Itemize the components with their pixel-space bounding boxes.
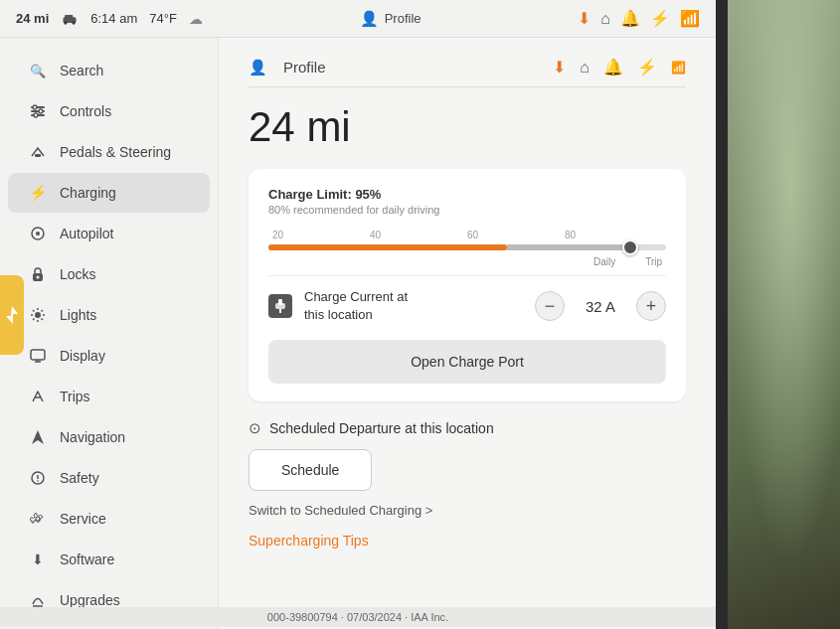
slider-fill-orange [268, 244, 507, 250]
svg-line-21 [42, 319, 44, 321]
safety-icon [28, 468, 48, 488]
switch-charging-link[interactable]: Switch to Scheduled Charging > [249, 503, 686, 518]
svg-point-31 [36, 517, 40, 521]
sidebar-item-software[interactable]: ⬇ Software [8, 540, 210, 579]
main-screen: 24 mi 6:14 am 74°F ☁ 👤 Profile ⬇ ⌂ 🔔 [0, 0, 716, 629]
charge-limit-label: Charge Limit: 95% [268, 187, 666, 202]
display-icon [28, 346, 48, 366]
profile-person-icon: 👤 [360, 10, 379, 28]
watermark-text: 000-39800794 · 07/03/2024 · IAA Inc. [267, 611, 448, 623]
signal-icon-content[interactable]: 📶 [671, 61, 686, 75]
sidebar-label-controls: Controls [60, 103, 111, 119]
status-temperature: 74°F [149, 11, 177, 26]
sidebar: Search Controls Pedals & Steering ⚡ Char… [0, 38, 219, 629]
pedals-icon [28, 142, 48, 162]
supercharging-tips-link[interactable]: Supercharging Tips [249, 533, 369, 549]
slider-label-80: 80 [565, 230, 576, 240]
slider-label-40: 40 [370, 230, 381, 240]
svg-point-30 [37, 480, 39, 482]
svg-marker-36 [6, 306, 18, 324]
charge-current-row: Charge Current atthis location − 32 A + [268, 275, 666, 336]
content-area: 👤 Profile ⬇ ⌂ 🔔 ⚡ 📶 24 mi Charge Limit: … [219, 38, 716, 629]
sidebar-item-service[interactable]: Service [8, 499, 210, 539]
status-bar: 24 mi 6:14 am 74°F ☁ 👤 Profile ⬇ ⌂ 🔔 [0, 0, 716, 38]
signal-icon-header[interactable]: 📶 [680, 9, 700, 28]
service-icon [28, 509, 48, 529]
svg-point-12 [36, 232, 40, 236]
svg-rect-24 [31, 350, 45, 360]
svg-point-2 [65, 21, 68, 24]
charge-decrement-button[interactable]: − [535, 291, 565, 321]
sidebar-item-display[interactable]: Display [8, 336, 210, 376]
sidebar-item-pedals[interactable]: Pedals & Steering [8, 132, 210, 172]
trips-icon [28, 387, 48, 406]
svg-line-20 [33, 310, 35, 312]
status-bar-profile-label[interactable]: Profile [385, 11, 421, 26]
sidebar-label-search: Search [60, 63, 103, 79]
sidebar-item-safety[interactable]: Safety [8, 458, 210, 498]
home-icon-content[interactable]: ⌂ [580, 59, 589, 77]
bell-icon-content[interactable]: 🔔 [603, 58, 623, 77]
bluetooth-icon-header[interactable]: ⚡ [650, 9, 670, 28]
svg-rect-1 [65, 14, 73, 18]
sidebar-item-search[interactable]: Search [8, 51, 210, 90]
status-bar-center: 👤 Profile [219, 10, 562, 28]
trip-label: Trip [645, 256, 662, 267]
daily-label: Daily [593, 256, 615, 267]
sidebar-label-safety: Safety [60, 470, 99, 486]
download-icon-content[interactable]: ⬇ [553, 58, 566, 77]
sidebar-item-trips[interactable]: Trips [8, 377, 210, 416]
clock-icon: ⊙ [249, 419, 261, 437]
open-charge-port-button[interactable]: Open Charge Port [268, 340, 666, 384]
charge-limit-sublabel: 80% recommended for daily driving [268, 204, 666, 216]
sidebar-label-software: Software [60, 551, 114, 567]
charge-increment-button[interactable]: + [636, 291, 666, 321]
scheduled-title-text: Scheduled Departure at this location [269, 420, 494, 436]
status-mileage: 24 mi [16, 11, 49, 26]
content-profile-label: Profile [283, 59, 326, 76]
sidebar-label-locks: Locks [60, 266, 96, 282]
charging-indicator [0, 275, 24, 355]
svg-point-8 [39, 109, 43, 113]
sidebar-item-navigation[interactable]: Navigation [8, 417, 210, 457]
lights-icon [28, 305, 48, 325]
navigation-icon [28, 427, 48, 447]
charge-plug-icon [268, 294, 292, 318]
content-header: 👤 Profile ⬇ ⌂ 🔔 ⚡ 📶 [249, 58, 686, 87]
schedule-button[interactable]: Schedule [249, 449, 372, 491]
sidebar-item-controls[interactable]: Controls [8, 91, 210, 131]
charge-card: Charge Limit: 95% 80% recommended for da… [249, 169, 686, 401]
sidebar-item-lights[interactable]: Lights [8, 295, 210, 335]
content-header-icons: ⬇ ⌂ 🔔 ⚡ 📶 [553, 58, 686, 77]
svg-rect-10 [35, 154, 41, 157]
content-profile-icon: 👤 [249, 59, 267, 77]
slider-labels: 20 40 60 80 [268, 230, 666, 240]
sidebar-label-charging: Charging [60, 185, 116, 201]
sidebar-label-upgrades: Upgrades [60, 592, 120, 608]
svg-line-23 [33, 319, 35, 321]
slider-thumb[interactable] [622, 239, 638, 255]
status-bar-left: 24 mi 6:14 am 74°F ☁ [16, 11, 203, 27]
svg-point-3 [73, 21, 76, 24]
car-icon [61, 12, 79, 26]
search-icon [28, 61, 48, 80]
sidebar-item-autopilot[interactable]: Autopilot [8, 214, 210, 253]
sidebar-item-charging[interactable]: ⚡ Charging [8, 173, 210, 213]
slider-fill-gray [507, 244, 638, 250]
charge-limit-slider[interactable] [268, 244, 666, 250]
sidebar-label-pedals: Pedals & Steering [60, 144, 171, 160]
minus-icon: − [545, 296, 556, 317]
svg-point-15 [35, 312, 41, 318]
bell-icon-header[interactable]: 🔔 [620, 9, 640, 28]
bluetooth-icon-content[interactable]: ⚡ [637, 58, 657, 77]
sidebar-item-locks[interactable]: Locks [8, 254, 210, 294]
charge-current-control: − 32 A + [535, 291, 666, 321]
svg-rect-34 [275, 303, 285, 309]
home-icon-header[interactable]: ⌂ [600, 10, 610, 28]
daily-trip-labels: Daily Trip [268, 256, 666, 267]
scheduled-section: ⊙ Scheduled Departure at this location S… [249, 419, 686, 550]
sidebar-label-trips: Trips [60, 389, 90, 404]
range-display: 24 mi [249, 103, 686, 151]
download-icon-header[interactable]: ⬇ [578, 9, 590, 28]
charge-current-value: 32 A [581, 298, 620, 315]
